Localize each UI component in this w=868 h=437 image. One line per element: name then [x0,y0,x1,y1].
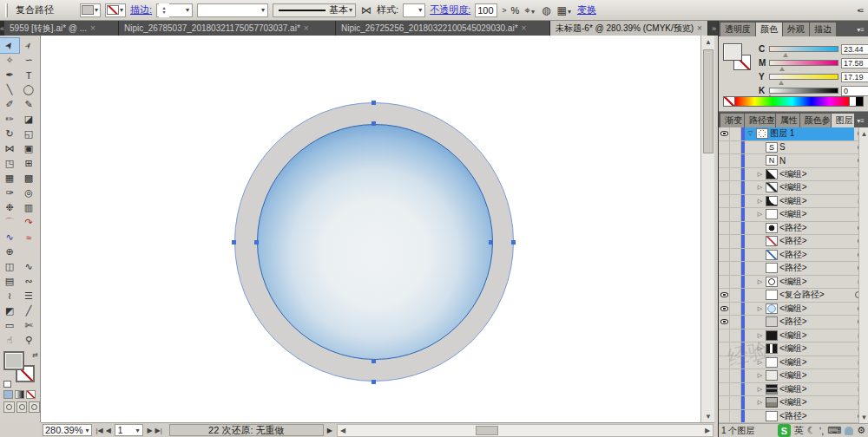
stroke-weight-field[interactable]: ▴▾▾ [156,3,193,17]
expand-closed-icon[interactable]: ▷ [756,332,764,339]
layer-lock-toggle[interactable] [730,329,741,342]
expand-closed-icon[interactable]: ▷ [756,372,764,379]
layer-row[interactable]: ▽图层 1 [719,127,868,141]
layer-row-content[interactable]: ▷<编组> [745,396,854,409]
layer-visibility-toggle[interactable] [719,276,730,289]
warp-tool[interactable]: ◫ [0,259,19,274]
layer-row[interactable]: ▷<编组> [719,208,868,222]
scroll-down-icon[interactable]: ▼ [701,410,715,422]
layer-row-content[interactable]: NN [745,154,854,167]
layer-lock-toggle[interactable] [730,249,741,262]
perspective-grid-tool[interactable]: ⊞ [19,156,38,171]
direct-selection-tool[interactable]: ➢ [19,38,38,53]
paintbrush-tool[interactable]: ✐ [0,97,19,112]
layer-row-content[interactable]: <路径> [745,222,854,235]
scroll-down-icon[interactable]: ▼ [859,411,868,423]
layer-row[interactable]: ▷<编组> [719,303,868,316]
user-icon[interactable] [845,427,853,435]
color-button[interactable] [3,390,13,399]
type-tool[interactable]: T [19,68,38,82]
layer-row[interactable]: ▷<编组> [719,195,868,209]
opacity-stepper[interactable]: > [502,6,506,15]
document-tab[interactable]: Nipic_26725256_20180322100545029030.ai*× [336,21,550,36]
sogou-logo[interactable]: S [778,424,791,437]
scroll-up-icon[interactable]: ▲ [859,127,868,140]
layer-row-content[interactable]: <复合路径> [745,289,854,302]
draw-normal-mode[interactable] [3,401,15,413]
anchor-point[interactable] [511,240,516,245]
curvature-tool[interactable]: ∿ [0,230,19,245]
zoom-tool[interactable]: ⚲ [19,333,38,348]
blob-brush-tool[interactable]: ✏ [0,112,19,127]
layer-visibility-toggle[interactable] [719,195,730,208]
layer-row[interactable]: <路径> [719,249,868,263]
status-flyout-icon[interactable]: ▶ [324,427,336,434]
pencil-tool[interactable]: ✎ [19,97,38,112]
stroke-color-dropdown[interactable]: ▾ [105,3,126,17]
layer-row-content[interactable]: ▷<编组> [745,181,854,194]
expand-closed-icon[interactable]: ▷ [756,198,764,205]
layer-lock-toggle[interactable] [730,208,741,221]
mesh-tool[interactable]: ▦ [0,171,19,186]
channel-value-field[interactable]: 17.58 [841,58,868,68]
expand-open-icon[interactable]: ▽ [746,130,754,137]
scale-tool[interactable]: ◱ [19,127,38,141]
layer-visibility-toggle[interactable] [719,262,730,275]
tab-颜色[interactable]: 颜色 [756,23,782,36]
layer-row[interactable]: ▷<编组> [719,383,868,397]
tab-透明度[interactable]: 透明度 [720,23,755,36]
layer-lock-toggle[interactable] [730,141,741,154]
layer-row[interactable]: ▷<编组> [719,356,868,370]
anchor-point[interactable] [372,101,376,105]
layer-visibility-toggle[interactable] [719,208,730,221]
layer-row-content[interactable]: <路径> [745,249,854,262]
tab-渐变[interactable]: 渐变 [720,114,744,127]
artboard-number-dropdown[interactable]: 1▾ [115,424,144,436]
layer-lock-toggle[interactable] [730,289,741,302]
expand-closed-icon[interactable]: ▷ [756,305,764,312]
spiral-tool[interactable]: ↷ [19,215,38,230]
last-artboard-button[interactable]: ▶| [155,427,162,434]
expand-closed-icon[interactable]: ▷ [756,278,764,285]
swap-fill-stroke-icon[interactable]: ⇄ [32,351,38,359]
layer-visibility-toggle[interactable] [719,235,730,248]
brush-definition-dropdown[interactable]: 基本▾ [273,3,356,17]
layer-lock-toggle[interactable] [730,369,741,382]
layer-visibility-toggle[interactable] [719,396,730,409]
layer-row-content[interactable]: ▷<编组> [745,329,854,342]
expand-closed-icon[interactable]: ▷ [756,399,764,406]
knife-tool[interactable]: ╱ [19,303,38,318]
stroke-panel-link[interactable]: 描边: [130,3,152,16]
layer-visibility-toggle[interactable] [719,154,730,167]
scroll-left-icon[interactable]: ◀ [338,427,348,434]
layer-row[interactable]: ▷<编组> [719,396,868,410]
layer-row-content[interactable]: ▷<编组> [745,369,854,382]
layer-visibility-toggle[interactable] [719,342,730,355]
layer-lock-toggle[interactable] [730,396,741,409]
moon-icon[interactable]: ☾ [807,425,816,436]
default-fill-stroke-icon[interactable] [3,381,11,388]
layer-lock-toggle[interactable] [730,383,741,396]
layer-lock-toggle[interactable] [730,181,741,194]
layer-row-content[interactable]: ▷<编组> [745,383,854,396]
anchor-point[interactable] [372,359,376,363]
layer-row[interactable]: ▷<编组> [719,369,868,383]
eyedropper-tool[interactable]: ✑ [0,186,19,200]
layer-visibility-toggle[interactable] [719,181,730,194]
layer-row[interactable]: SS [719,141,868,155]
anchor-point[interactable] [489,240,493,245]
document-tab[interactable]: 未标题-6* @ 280.39% (CMYK/预览)× [550,21,708,36]
layer-row[interactable]: ▷<编组> [719,329,868,343]
none-button[interactable] [26,390,36,399]
layer-lock-toggle[interactable] [730,410,741,423]
dashed-selection-icon[interactable]: ⋈ [360,4,372,16]
channel-slider[interactable] [769,88,838,94]
layer-visibility-toggle[interactable] [719,329,730,342]
layer-visibility-toggle[interactable] [719,249,730,262]
lang-indicator[interactable]: 英 [794,424,804,437]
lasso-tool[interactable]: ∽ [19,53,38,68]
layer-row[interactable]: <路径> [719,262,868,276]
layer-lock-toggle[interactable] [730,195,741,208]
channel-value-field[interactable]: 0 [841,86,868,96]
layer-visibility-toggle[interactable] [719,316,730,329]
